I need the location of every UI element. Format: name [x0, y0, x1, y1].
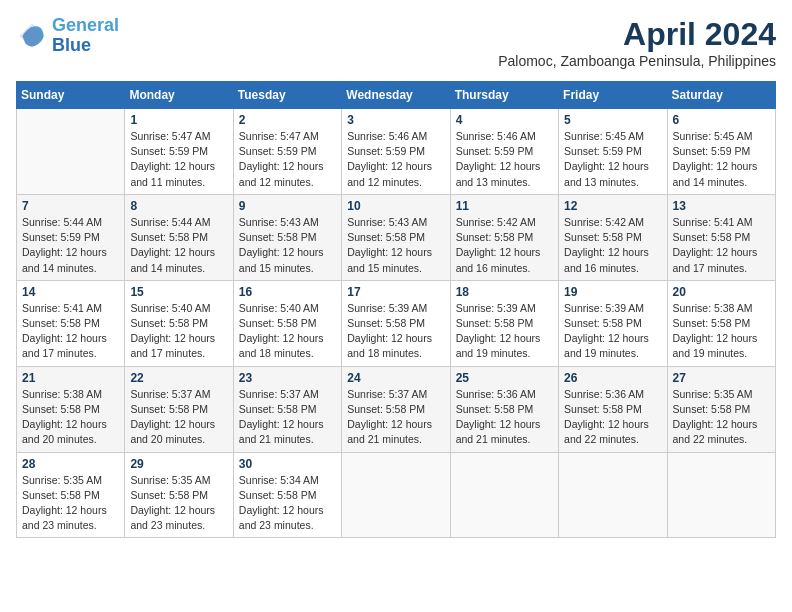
calendar-cell: 26Sunrise: 5:36 AM Sunset: 5:58 PM Dayli… — [559, 366, 667, 452]
day-number: 3 — [347, 113, 444, 127]
weekday-header-sunday: Sunday — [17, 82, 125, 109]
day-number: 24 — [347, 371, 444, 385]
calendar-week-row: 28Sunrise: 5:35 AM Sunset: 5:58 PM Dayli… — [17, 452, 776, 538]
calendar-cell — [667, 452, 775, 538]
day-number: 28 — [22, 457, 119, 471]
day-detail: Sunrise: 5:39 AM Sunset: 5:58 PM Dayligh… — [347, 301, 444, 362]
calendar-cell: 24Sunrise: 5:37 AM Sunset: 5:58 PM Dayli… — [342, 366, 450, 452]
day-number: 10 — [347, 199, 444, 213]
day-number: 18 — [456, 285, 553, 299]
calendar-week-row: 1Sunrise: 5:47 AM Sunset: 5:59 PM Daylig… — [17, 109, 776, 195]
day-number: 5 — [564, 113, 661, 127]
day-number: 4 — [456, 113, 553, 127]
calendar-cell — [559, 452, 667, 538]
title-block: April 2024 Palomoc, Zamboanga Peninsula,… — [498, 16, 776, 69]
day-detail: Sunrise: 5:45 AM Sunset: 5:59 PM Dayligh… — [564, 129, 661, 190]
calendar-cell: 29Sunrise: 5:35 AM Sunset: 5:58 PM Dayli… — [125, 452, 233, 538]
calendar-table: SundayMondayTuesdayWednesdayThursdayFrid… — [16, 81, 776, 538]
day-number: 1 — [130, 113, 227, 127]
page-header: GeneralBlue April 2024 Palomoc, Zamboang… — [16, 16, 776, 69]
calendar-cell: 17Sunrise: 5:39 AM Sunset: 5:58 PM Dayli… — [342, 280, 450, 366]
day-detail: Sunrise: 5:40 AM Sunset: 5:58 PM Dayligh… — [130, 301, 227, 362]
day-detail: Sunrise: 5:40 AM Sunset: 5:58 PM Dayligh… — [239, 301, 336, 362]
calendar-cell: 3Sunrise: 5:46 AM Sunset: 5:59 PM Daylig… — [342, 109, 450, 195]
weekday-header-saturday: Saturday — [667, 82, 775, 109]
day-number: 25 — [456, 371, 553, 385]
day-detail: Sunrise: 5:43 AM Sunset: 5:58 PM Dayligh… — [239, 215, 336, 276]
calendar-cell: 2Sunrise: 5:47 AM Sunset: 5:59 PM Daylig… — [233, 109, 341, 195]
calendar-cell: 13Sunrise: 5:41 AM Sunset: 5:58 PM Dayli… — [667, 194, 775, 280]
calendar-cell: 4Sunrise: 5:46 AM Sunset: 5:59 PM Daylig… — [450, 109, 558, 195]
day-detail: Sunrise: 5:44 AM Sunset: 5:59 PM Dayligh… — [22, 215, 119, 276]
day-number: 29 — [130, 457, 227, 471]
calendar-cell: 27Sunrise: 5:35 AM Sunset: 5:58 PM Dayli… — [667, 366, 775, 452]
calendar-cell: 6Sunrise: 5:45 AM Sunset: 5:59 PM Daylig… — [667, 109, 775, 195]
month-title: April 2024 — [498, 16, 776, 53]
calendar-cell: 8Sunrise: 5:44 AM Sunset: 5:58 PM Daylig… — [125, 194, 233, 280]
weekday-header-tuesday: Tuesday — [233, 82, 341, 109]
weekday-header-row: SundayMondayTuesdayWednesdayThursdayFrid… — [17, 82, 776, 109]
day-detail: Sunrise: 5:41 AM Sunset: 5:58 PM Dayligh… — [673, 215, 770, 276]
day-detail: Sunrise: 5:37 AM Sunset: 5:58 PM Dayligh… — [130, 387, 227, 448]
day-detail: Sunrise: 5:35 AM Sunset: 5:58 PM Dayligh… — [22, 473, 119, 534]
day-detail: Sunrise: 5:41 AM Sunset: 5:58 PM Dayligh… — [22, 301, 119, 362]
logo: GeneralBlue — [16, 16, 119, 56]
day-detail: Sunrise: 5:37 AM Sunset: 5:58 PM Dayligh… — [347, 387, 444, 448]
calendar-cell: 9Sunrise: 5:43 AM Sunset: 5:58 PM Daylig… — [233, 194, 341, 280]
calendar-cell: 14Sunrise: 5:41 AM Sunset: 5:58 PM Dayli… — [17, 280, 125, 366]
day-number: 20 — [673, 285, 770, 299]
day-detail: Sunrise: 5:34 AM Sunset: 5:58 PM Dayligh… — [239, 473, 336, 534]
calendar-cell: 18Sunrise: 5:39 AM Sunset: 5:58 PM Dayli… — [450, 280, 558, 366]
day-detail: Sunrise: 5:42 AM Sunset: 5:58 PM Dayligh… — [456, 215, 553, 276]
day-number: 19 — [564, 285, 661, 299]
day-detail: Sunrise: 5:45 AM Sunset: 5:59 PM Dayligh… — [673, 129, 770, 190]
day-detail: Sunrise: 5:47 AM Sunset: 5:59 PM Dayligh… — [239, 129, 336, 190]
day-number: 6 — [673, 113, 770, 127]
calendar-cell: 10Sunrise: 5:43 AM Sunset: 5:58 PM Dayli… — [342, 194, 450, 280]
day-number: 7 — [22, 199, 119, 213]
calendar-cell: 21Sunrise: 5:38 AM Sunset: 5:58 PM Dayli… — [17, 366, 125, 452]
day-number: 17 — [347, 285, 444, 299]
calendar-week-row: 7Sunrise: 5:44 AM Sunset: 5:59 PM Daylig… — [17, 194, 776, 280]
day-number: 30 — [239, 457, 336, 471]
calendar-cell: 5Sunrise: 5:45 AM Sunset: 5:59 PM Daylig… — [559, 109, 667, 195]
day-detail: Sunrise: 5:46 AM Sunset: 5:59 PM Dayligh… — [456, 129, 553, 190]
location-title: Palomoc, Zamboanga Peninsula, Philippine… — [498, 53, 776, 69]
day-detail: Sunrise: 5:37 AM Sunset: 5:58 PM Dayligh… — [239, 387, 336, 448]
calendar-cell: 20Sunrise: 5:38 AM Sunset: 5:58 PM Dayli… — [667, 280, 775, 366]
day-number: 13 — [673, 199, 770, 213]
day-detail: Sunrise: 5:36 AM Sunset: 5:58 PM Dayligh… — [456, 387, 553, 448]
day-number: 8 — [130, 199, 227, 213]
logo-text: GeneralBlue — [52, 16, 119, 56]
day-number: 27 — [673, 371, 770, 385]
day-detail: Sunrise: 5:44 AM Sunset: 5:58 PM Dayligh… — [130, 215, 227, 276]
calendar-week-row: 14Sunrise: 5:41 AM Sunset: 5:58 PM Dayli… — [17, 280, 776, 366]
day-detail: Sunrise: 5:38 AM Sunset: 5:58 PM Dayligh… — [673, 301, 770, 362]
calendar-cell: 16Sunrise: 5:40 AM Sunset: 5:58 PM Dayli… — [233, 280, 341, 366]
day-number: 11 — [456, 199, 553, 213]
day-detail: Sunrise: 5:42 AM Sunset: 5:58 PM Dayligh… — [564, 215, 661, 276]
calendar-cell: 12Sunrise: 5:42 AM Sunset: 5:58 PM Dayli… — [559, 194, 667, 280]
day-detail: Sunrise: 5:35 AM Sunset: 5:58 PM Dayligh… — [673, 387, 770, 448]
calendar-cell: 11Sunrise: 5:42 AM Sunset: 5:58 PM Dayli… — [450, 194, 558, 280]
calendar-cell: 30Sunrise: 5:34 AM Sunset: 5:58 PM Dayli… — [233, 452, 341, 538]
calendar-cell — [342, 452, 450, 538]
day-number: 16 — [239, 285, 336, 299]
logo-icon — [16, 20, 48, 52]
day-number: 12 — [564, 199, 661, 213]
calendar-cell: 1Sunrise: 5:47 AM Sunset: 5:59 PM Daylig… — [125, 109, 233, 195]
calendar-cell: 15Sunrise: 5:40 AM Sunset: 5:58 PM Dayli… — [125, 280, 233, 366]
day-detail: Sunrise: 5:38 AM Sunset: 5:58 PM Dayligh… — [22, 387, 119, 448]
day-detail: Sunrise: 5:47 AM Sunset: 5:59 PM Dayligh… — [130, 129, 227, 190]
calendar-cell — [17, 109, 125, 195]
day-number: 26 — [564, 371, 661, 385]
calendar-cell: 22Sunrise: 5:37 AM Sunset: 5:58 PM Dayli… — [125, 366, 233, 452]
calendar-cell: 25Sunrise: 5:36 AM Sunset: 5:58 PM Dayli… — [450, 366, 558, 452]
day-number: 14 — [22, 285, 119, 299]
day-number: 15 — [130, 285, 227, 299]
day-number: 9 — [239, 199, 336, 213]
day-detail: Sunrise: 5:35 AM Sunset: 5:58 PM Dayligh… — [130, 473, 227, 534]
day-number: 21 — [22, 371, 119, 385]
weekday-header-wednesday: Wednesday — [342, 82, 450, 109]
day-detail: Sunrise: 5:43 AM Sunset: 5:58 PM Dayligh… — [347, 215, 444, 276]
